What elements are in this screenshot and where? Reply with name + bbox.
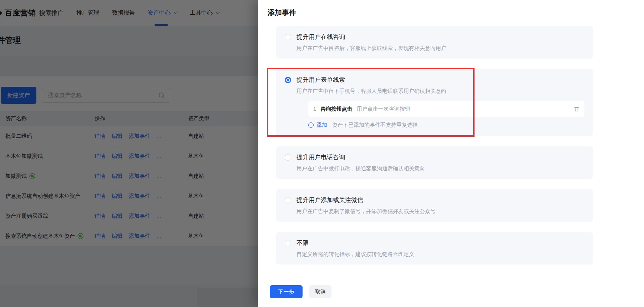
add-note: 资产下已添加的事件不支持重复选择: [332, 122, 418, 129]
option-title: 提升用户在线咨询: [296, 33, 584, 41]
next-step-button[interactable]: 下一步: [270, 285, 303, 298]
plus-circle-icon[interactable]: [308, 122, 314, 128]
add-button[interactable]: 添加: [316, 122, 327, 129]
option-form-lead[interactable]: 提升用户表单线索 用户在广告中留下手机号，客服人员电话联系用户确认相关意向 1 …: [276, 69, 593, 136]
added-event-row: 1 咨询按钮点击 用户点击一次咨询按钮: [308, 101, 584, 117]
cancel-button[interactable]: 取消: [309, 285, 331, 298]
option-title: 提升用户添加或关注微信: [296, 196, 584, 205]
option-phone-consult[interactable]: 提升用户电话咨询 用户在广告中拨打电话，接通客服沟通后确认相关意向: [276, 146, 593, 179]
radio-selected[interactable]: [285, 77, 291, 83]
option-desc: 自定义所需的转化指标，建议按转化链路合理定义: [296, 250, 584, 258]
radio-unselected[interactable]: [285, 154, 291, 161]
option-desc: 用户在广告中留下手机号，客服人员电话联系用户确认相关意向: [296, 87, 584, 95]
drawer-footer: 下一步 取消: [258, 276, 644, 307]
option-title: 提升用户电话咨询: [296, 153, 584, 162]
add-event-action-row: 添加 资产下已添加的事件不支持重复选择: [308, 122, 584, 129]
option-unlimited[interactable]: 不限 自定义所需的转化指标，建议按转化链路合理定义: [276, 232, 593, 265]
event-index: 1: [313, 106, 316, 112]
delete-event-icon[interactable]: [574, 106, 579, 112]
option-desc: 用户在广告中留咨后，客服线上获取线索，发现有相关意向用户: [296, 44, 584, 52]
add-event-drawer: 添加事件 提升用户在线咨询 用户在广告中留咨后，客服线上获取线索，发现有相关意向…: [258, 0, 644, 307]
option-title: 不限: [296, 239, 584, 247]
event-desc: 用户点击一次咨询按钮: [357, 106, 569, 112]
event-option-list: 提升用户在线咨询 用户在广告中留咨后，客服线上获取线索，发现有相关意向用户 提升…: [276, 26, 593, 265]
radio-unselected[interactable]: [285, 197, 291, 203]
option-wechat-follow[interactable]: 提升用户添加或关注微信 用户在广告中复制了微信号，并添加微信好友或关注公众号: [276, 189, 593, 222]
radio-unselected[interactable]: [285, 240, 291, 246]
event-name: 咨询按钮点击: [320, 106, 353, 112]
option-desc: 用户在广告中复制了微信号，并添加微信好友或关注公众号: [296, 207, 584, 215]
option-desc: 用户在广告中拨打电话，接通客服沟通后确认相关意向: [296, 165, 584, 172]
radio-unselected[interactable]: [285, 34, 291, 40]
option-title: 提升用户表单线索: [296, 76, 584, 84]
drawer-title: 添加事件: [258, 0, 644, 17]
option-online-consult[interactable]: 提升用户在线咨询 用户在广告中留咨后，客服线上获取线索，发现有相关意向用户: [276, 26, 593, 59]
